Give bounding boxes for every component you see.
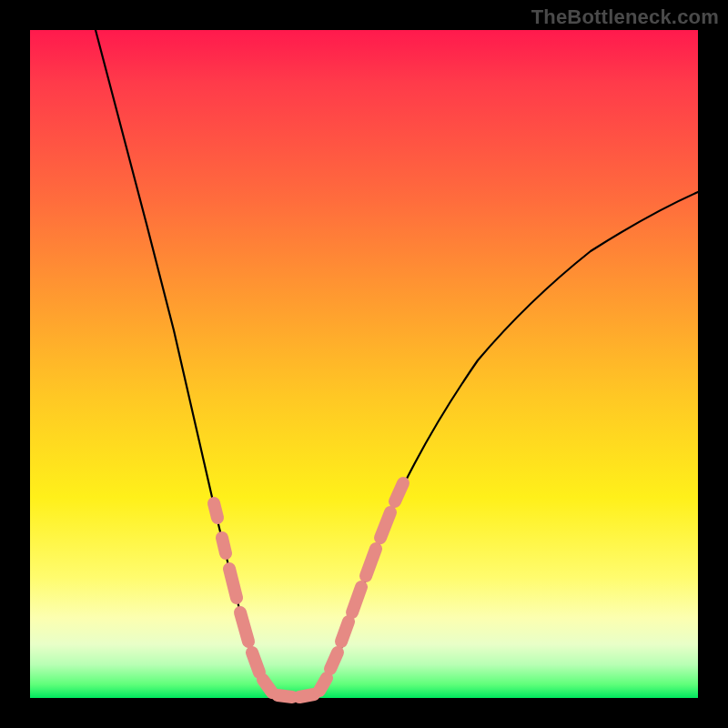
highlight-right [319, 483, 403, 691]
highlight-left [214, 503, 272, 693]
chart-frame: TheBottleneck.com [0, 0, 728, 728]
v-curve [96, 30, 698, 697]
watermark-text: TheBottleneck.com [531, 5, 719, 29]
highlight-floor [278, 694, 314, 697]
chart-svg [30, 30, 698, 698]
